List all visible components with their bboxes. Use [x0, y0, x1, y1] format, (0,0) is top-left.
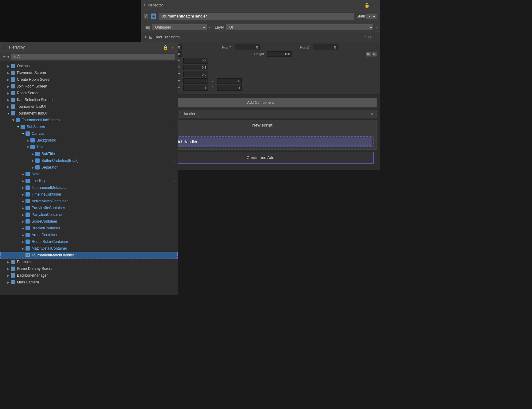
hierarchy-item-title[interactable]: ▼ Title [0, 144, 178, 150]
y-axis-label2: Y [178, 66, 182, 69]
static-label: Static [357, 14, 366, 18]
blueprint-btn[interactable]: ⊞ [366, 51, 371, 57]
hierarchy-item-subtitle[interactable]: ▶ SubTitle [0, 150, 178, 157]
tournament-hub-expand: ▼ [6, 112, 10, 115]
new-script-header: ‹ New script [144, 120, 377, 130]
hierarchy-item-join-room[interactable]: ▶ Join Room Screen [0, 83, 178, 90]
tag-label: Tag [144, 25, 150, 29]
arena-expand: ▶ [21, 233, 25, 237]
trans-z5-input[interactable] [217, 85, 242, 91]
hierarchy-item-room-screen[interactable]: ▶ Room Screen [0, 90, 178, 96]
hierarchy-item-bracket[interactable]: ▶ BracketContainer [0, 225, 178, 232]
tournament-meta-expand: ▶ [21, 186, 25, 189]
hierarchy-item-playmode[interactable]: ▶ Playmode Screen [0, 69, 178, 76]
height-input[interactable] [267, 51, 291, 57]
anchor-y2-input[interactable] [183, 65, 208, 70]
component-search-input[interactable] [153, 112, 369, 116]
hierarchy-item-matchdetail[interactable]: ▶ MatchDetailContainer [0, 245, 178, 252]
hierarchy-item-tournament-hub-screen[interactable]: ▼ TournamentHubScreen › [0, 117, 178, 123]
hierarchy-item-loading[interactable]: ▶ Loading › [0, 177, 178, 184]
create-and-add-button[interactable]: Create and Add [147, 152, 374, 164]
title-label: Title [37, 145, 43, 149]
hierarchy-item-separator[interactable]: ▶ Separator [0, 164, 178, 171]
matchdetail-expand: ▶ [21, 247, 25, 250]
rect-settings-btn[interactable]: ⚙ [368, 35, 371, 39]
matchdetail-label: MatchDetailContainer [32, 246, 67, 251]
hierarchy-item-tournament-meta[interactable]: ▶ TournamentMetadata [0, 184, 178, 191]
pos-z-input[interactable] [313, 45, 338, 50]
size-row: Width Height ⊞ R [144, 51, 377, 57]
room-screen-label: Room Screen [17, 91, 39, 95]
hierarchy-item-score[interactable]: ▶ ScoreContainer [0, 218, 178, 225]
r-btn[interactable]: R [372, 51, 377, 57]
hierarchy-menu-btn[interactable]: ⋮ [170, 45, 175, 50]
hierarchy-item-note[interactable]: ▶ Note [0, 171, 178, 177]
active-checkbox[interactable]: ✓ [144, 14, 148, 18]
script-name-input[interactable] [149, 138, 372, 146]
hierarchy-item-tournament-match-handler[interactable]: · TournamentMatchHandler [0, 252, 178, 259]
anchor-y3-input[interactable] [183, 72, 208, 77]
hierarchy-search-input[interactable] [17, 55, 173, 59]
tournament-hub-label: TournamentHubUI [17, 111, 47, 115]
hierarchy-item-options[interactable]: ▶ Options [0, 63, 178, 69]
trans-y5-input[interactable] [183, 85, 208, 91]
add-component-button[interactable]: Add Component [144, 98, 377, 107]
search-clear-btn[interactable]: ✕ [370, 111, 374, 116]
hierarchy-add-btn[interactable]: + [3, 54, 6, 60]
main-camera-cube-icon [11, 280, 15, 284]
hierarchy-item-prompts[interactable]: ▶ Prompts [0, 259, 178, 265]
tag-dropdown[interactable]: Untagged [152, 24, 207, 31]
hierarchy-item-party-join[interactable]: ▶ PartyJoinContainer [0, 211, 178, 218]
timeline-cube-icon [25, 192, 30, 197]
create-room-label: Create Room Screen [17, 77, 52, 82]
hierarchy-item-tournament-list[interactable]: ▶ TournamentListUI [0, 103, 178, 110]
playmode-label: Playmode Screen [17, 71, 46, 75]
options-label: Options [17, 64, 29, 68]
hierarchy-item-canvas[interactable]: ▼ Canvas [0, 130, 178, 137]
loading-expand: ▶ [21, 179, 25, 183]
hierarchy-dropdown-arrow[interactable]: ▾ [7, 55, 9, 59]
hierarchy-panel: ☰ Hierarchy 🔒 ⋮ + ▾ ⊙ ▶ Options ▶ Playmo… [0, 42, 178, 295]
prompts-expand: ▶ [6, 260, 10, 264]
playmode-expand: ▶ [6, 71, 10, 75]
hierarchy-item-background[interactable]: ▶ Background [0, 137, 178, 144]
hierarchy-item-subscreen[interactable]: ▼ SubScreen [0, 123, 178, 130]
hierarchy-lock-btn[interactable]: 🔒 [163, 45, 168, 50]
layer-dropdown[interactable]: UI [226, 24, 374, 31]
pos-y-input[interactable] [235, 45, 260, 50]
rect-expand-arrow[interactable]: ▼ [144, 35, 147, 39]
inspector-lock-btn[interactable]: 🔒 [364, 3, 370, 8]
bracket-cube-icon [25, 226, 30, 230]
anchor-row2: X Y [144, 65, 377, 70]
hierarchy-item-kart[interactable]: ▶ Kart Selection Screen [0, 96, 178, 103]
hierarchy-item-arena[interactable]: ▶ ArenaContainer [0, 232, 178, 238]
hierarchy-item-party-invite[interactable]: ▶ PartyInviteContainer [0, 204, 178, 211]
hierarchy-item-button-underline[interactable]: ▶ ButtonUnderline(Back) › [0, 157, 178, 164]
trans-y4-input[interactable] [183, 78, 208, 84]
rect-menu-btn[interactable]: ⋮ [373, 35, 377, 39]
hierarchy-item-roundrobin[interactable]: ▶ RoundRobinContainer [0, 238, 178, 245]
hierarchy-item-active-match[interactable]: ▶ ActiveMatchContainer [0, 198, 178, 204]
options-expand: ▶ [6, 64, 10, 68]
title-expand: ▼ [26, 146, 30, 149]
rect-help-btn[interactable]: ? [364, 35, 366, 39]
hierarchy-item-game-dummy[interactable]: ▶ Game Dummy Screen [0, 265, 178, 272]
hierarchy-item-backbone[interactable]: ▶ BackboneManager [0, 272, 178, 279]
background-expand: ▶ [26, 139, 30, 142]
tournament-meta-cube-icon [25, 185, 30, 190]
kart-cube-icon [11, 98, 15, 102]
hierarchy-item-main-camera[interactable]: ▶ Main Camera [0, 279, 178, 286]
inspector-menu-btn[interactable]: ⋮ [371, 3, 377, 8]
tmh-expand: · [21, 254, 25, 257]
hierarchy-item-timeline[interactable]: ▶ TimelineContainer [0, 191, 178, 198]
anchor-y1-input[interactable] [183, 58, 208, 64]
object-name-input[interactable] [159, 12, 354, 20]
hierarchy-item-tournament-hub[interactable]: ▼ TournamentHubUI [0, 110, 178, 117]
trans-z4-input[interactable] [217, 78, 242, 84]
hierarchy-item-create-room[interactable]: ▶ Create Room Screen [0, 76, 178, 83]
info-icon: ℹ [144, 3, 145, 7]
static-dropdown[interactable]: ▾ [366, 13, 377, 19]
tournament-list-cube-icon [11, 104, 15, 109]
inspector-title: Inspector [148, 3, 361, 7]
hierarchy-search-icon: ⊙ [13, 55, 16, 59]
